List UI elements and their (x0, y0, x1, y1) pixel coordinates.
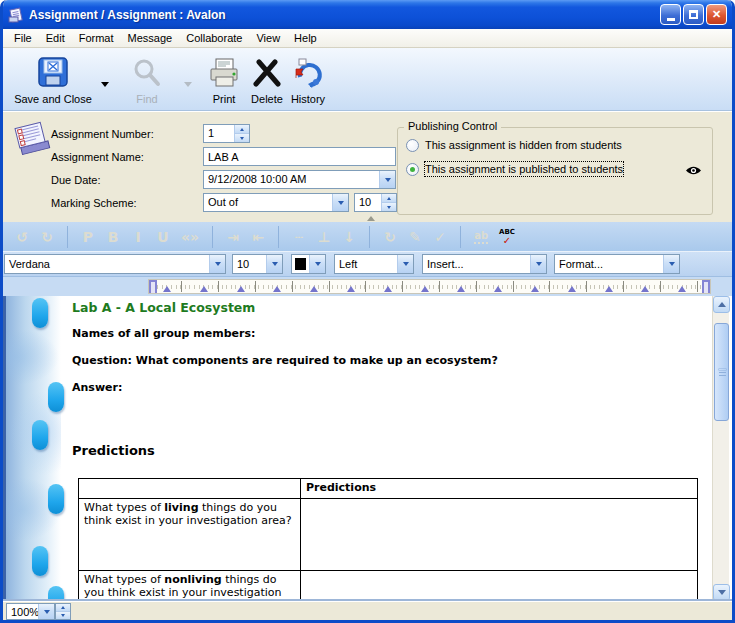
menu-item-help[interactable]: Help (287, 29, 324, 47)
due-date-combo[interactable]: 9/12/2008 10:00 AM (203, 170, 396, 189)
quotes-icon[interactable]: «» (181, 228, 199, 246)
insert-combo[interactable]: Insert... (422, 254, 547, 274)
history-button[interactable]: History (284, 54, 332, 106)
alignment-value: Left (335, 255, 397, 273)
font-family-combo[interactable]: Verdana (4, 254, 226, 274)
due-date-dropdown-arrow[interactable] (379, 171, 395, 188)
predictions-heading: Predictions (72, 443, 155, 458)
tab-stop-marker[interactable] (457, 286, 465, 292)
horizontal-rule-icon[interactable]: ⊥ (317, 228, 331, 246)
menu-item-view[interactable]: View (249, 29, 287, 47)
save-and-close-button[interactable]: Save and Close (10, 54, 96, 106)
font-size-combo[interactable]: 10 (232, 254, 283, 274)
scroll-down-button[interactable] (713, 584, 730, 601)
pencil-icon[interactable]: ✎ (408, 228, 422, 246)
save-dropdown-arrow[interactable] (101, 82, 109, 87)
spellcheck-icon[interactable]: ABC✓ (499, 229, 515, 245)
marking-points-spinner[interactable]: 10 (354, 193, 397, 212)
tab-stop-marker[interactable] (641, 286, 649, 292)
hidden-radio-label[interactable]: This assignment is hidden from students (425, 138, 622, 152)
close-button[interactable]: ✕ (706, 4, 727, 25)
zoom-dropdown-arrow[interactable] (38, 604, 54, 619)
menu-item-message[interactable]: Message (121, 29, 180, 47)
menu-item-format[interactable]: Format (72, 29, 121, 47)
tab-stop-marker[interactable] (421, 286, 429, 292)
print-button[interactable]: Print (203, 54, 245, 106)
tab-stop-marker[interactable] (531, 286, 539, 292)
maximize-button[interactable] (683, 4, 704, 25)
zoom-spin-buttons[interactable] (56, 604, 70, 619)
zoom-spinner[interactable] (55, 603, 71, 620)
tab-stop-marker[interactable] (678, 286, 686, 292)
left-margin-marker[interactable] (149, 280, 157, 293)
indent-icon[interactable]: ⇥ (226, 228, 240, 246)
scroll-up-icon (718, 302, 726, 307)
italic-icon[interactable]: I (131, 228, 145, 246)
font-color-combo[interactable] (291, 254, 326, 274)
header-cell-empty (79, 479, 301, 499)
titlebar: Assignment / Assignment : Avalon ✕ (3, 0, 732, 29)
alignment-dropdown-arrow[interactable] (397, 255, 413, 273)
autocorrect-icon[interactable]: ab (474, 230, 488, 244)
ruler-tick (439, 281, 440, 292)
accept-edit-icon[interactable]: ✓ (433, 228, 447, 246)
font-color-dropdown-arrow[interactable] (309, 255, 325, 273)
find-button[interactable]: Find (121, 54, 173, 106)
find-dropdown-arrow[interactable] (184, 82, 192, 87)
main-toolbar: Save and Close Find Print Delete H (3, 48, 732, 111)
menu-item-edit[interactable]: Edit (39, 29, 72, 47)
collapse-handle-icon[interactable] (367, 216, 375, 221)
marking-scheme-dropdown-arrow[interactable] (332, 194, 348, 211)
insert-dropdown-arrow[interactable] (530, 255, 546, 273)
tab-stop-marker[interactable] (347, 286, 355, 292)
undo-icon[interactable]: ↺ (15, 228, 29, 246)
menu-item-collaborate[interactable]: Collaborate (179, 29, 249, 47)
answer-cell[interactable] (301, 571, 698, 602)
format-dropdown-arrow[interactable] (663, 255, 679, 273)
rotate-icon[interactable]: ↻ (383, 228, 397, 246)
zoom-combo[interactable]: 100% (6, 603, 55, 620)
ruler-tick (402, 281, 403, 292)
format-combo[interactable]: Format... (554, 254, 680, 274)
published-radio-label[interactable]: This assignment is published to students (425, 162, 623, 176)
tab-stop-marker[interactable] (200, 286, 208, 292)
tab-stop-marker[interactable] (163, 286, 171, 292)
menu-item-file[interactable]: File (7, 29, 39, 47)
assignment-name-input[interactable] (204, 151, 395, 163)
dotted-rule-icon[interactable]: ┄ (292, 228, 306, 246)
marking-points-spin-buttons[interactable] (381, 194, 396, 211)
tab-stop-marker[interactable] (384, 286, 392, 292)
scrollbar-thumb[interactable] (714, 323, 729, 421)
minimize-button[interactable] (660, 4, 681, 25)
published-radio[interactable] (406, 163, 419, 176)
answer-cell[interactable] (301, 499, 698, 571)
format-value: Format... (555, 255, 663, 273)
tab-stop-marker[interactable] (605, 286, 613, 292)
underline-icon[interactable]: U (156, 228, 170, 246)
paragraph-icon[interactable]: P (81, 228, 95, 246)
assignment-number-spin-buttons[interactable] (234, 125, 249, 142)
outdent-icon[interactable]: ⇤ (251, 228, 265, 246)
alignment-combo[interactable]: Left (334, 254, 414, 274)
font-size-dropdown-arrow[interactable] (266, 255, 282, 273)
separator (460, 226, 461, 248)
tab-stop-marker[interactable] (494, 286, 502, 292)
scroll-up-button[interactable] (713, 296, 730, 313)
right-margin-marker[interactable] (702, 280, 710, 293)
tab-stop-marker[interactable] (568, 286, 576, 292)
tab-stop-marker[interactable] (237, 286, 245, 292)
document-editor[interactable]: Lab A - A Local Ecosystem Names of all g… (3, 296, 732, 601)
vertical-scrollbar[interactable] (712, 296, 729, 601)
marking-scheme-combo[interactable]: Out of (203, 193, 349, 212)
tab-stop-marker[interactable] (310, 286, 318, 292)
font-family-value: Verdana (5, 255, 209, 273)
tab-stop-marker[interactable] (273, 286, 281, 292)
hidden-radio[interactable] (406, 139, 419, 152)
table-header-row: Predictions (79, 479, 698, 499)
insert-below-icon[interactable]: ↓ (342, 228, 356, 246)
redo-icon[interactable]: ↻ (40, 228, 54, 246)
bold-icon[interactable]: B (106, 228, 120, 246)
font-family-dropdown-arrow[interactable] (209, 255, 225, 273)
maximize-icon (689, 10, 698, 19)
assignment-number-spinner[interactable]: 1 (203, 124, 250, 143)
